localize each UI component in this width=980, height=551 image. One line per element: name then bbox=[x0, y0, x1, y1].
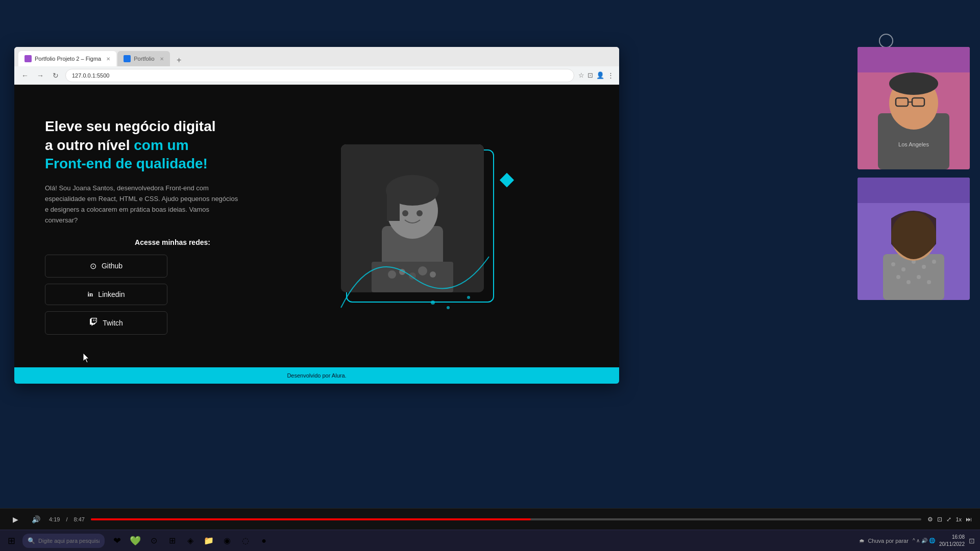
twitch-label: Twitch bbox=[103, 319, 123, 327]
svg-point-15 bbox=[467, 296, 470, 299]
weather-text: Chuva por parar bbox=[868, 538, 909, 544]
taskbar-apps: ❤ 💚 ⊙ ⊞ ◈ 📁 ◉ ◌ ● bbox=[109, 533, 272, 549]
deco-curve bbox=[331, 226, 499, 318]
figma-tab-icon bbox=[24, 55, 32, 62]
svg-point-22 bbox=[889, 72, 938, 95]
forward-button[interactable]: → bbox=[35, 70, 46, 81]
taskbar-app-edge[interactable]: ◈ bbox=[182, 533, 199, 549]
browser-nav-bar: ← → ↻ 127.0.0.1:5500 ☆ ⊡ 👤 ⋮ bbox=[14, 66, 619, 85]
svg-point-32 bbox=[932, 260, 936, 264]
github-label: Github bbox=[102, 262, 122, 270]
back-button[interactable]: ← bbox=[19, 70, 31, 81]
video-controls-right: ⚙ ⊡ ⤢ 1x ⏭ bbox=[927, 516, 972, 523]
svg-point-31 bbox=[922, 265, 926, 269]
video-person-2-bg bbox=[857, 178, 970, 300]
footer-text: Desenvolvido por Alura. bbox=[287, 372, 346, 379]
taskbar-app-vscode[interactable]: ● bbox=[256, 533, 272, 549]
mute-button[interactable]: 🔊 bbox=[29, 512, 43, 527]
address-bar[interactable]: 127.0.0.1:5500 bbox=[65, 69, 574, 82]
video-panels: Los Angeles bbox=[857, 47, 970, 300]
nav-icons: ☆ ⊡ 👤 ⋮ bbox=[578, 71, 614, 79]
account-icon[interactable]: 👤 bbox=[596, 71, 604, 79]
taskbar: ⊞ 🔍 ❤ 💚 ⊙ ⊞ ◈ 📁 ◉ ◌ ● 🌧 Chuva por parar … bbox=[0, 530, 980, 551]
svg-point-29 bbox=[901, 267, 905, 271]
linkedin-label: Linkedin bbox=[98, 290, 125, 298]
svg-point-36 bbox=[927, 280, 931, 284]
tab-portfolio-label: Portfolio bbox=[134, 56, 154, 62]
tab-figma-label: Portfolio Projeto 2 – Figma bbox=[35, 56, 101, 62]
twitch-button[interactable]: Twitch bbox=[45, 311, 167, 335]
svg-point-13 bbox=[431, 300, 435, 305]
video-progress-bar[interactable] bbox=[91, 518, 921, 520]
cursor-circle-indicator bbox=[879, 34, 893, 48]
new-tab-button[interactable]: + bbox=[173, 54, 185, 66]
taskbar-app-task-view[interactable]: ⊙ bbox=[145, 533, 162, 549]
tab-figma-close[interactable]: ✕ bbox=[106, 56, 110, 62]
address-text: 127.0.0.1:5500 bbox=[72, 72, 109, 79]
windows-icon: ⊞ bbox=[8, 535, 15, 546]
portfolio-tab-icon bbox=[124, 55, 131, 62]
svg-point-34 bbox=[906, 280, 911, 284]
video-current-time: 4:19 bbox=[49, 516, 60, 522]
tab-figma[interactable]: Portfolio Projeto 2 – Figma ✕ bbox=[18, 51, 116, 66]
github-icon: ⊙ bbox=[90, 261, 96, 271]
start-button[interactable]: ⊞ bbox=[0, 530, 22, 552]
video-controls-bar: ▶ 🔊 4:19 / 8:47 ⚙ ⊡ ⤢ 1x ⏭ bbox=[0, 508, 980, 530]
play-button[interactable]: ▶ bbox=[8, 512, 22, 527]
portfolio-description: Olá! Sou Joana Santos, desenvolvedora Fr… bbox=[45, 183, 239, 226]
video-progress-fill bbox=[91, 518, 531, 520]
svg-rect-38 bbox=[857, 178, 970, 203]
taskbar-search-icon: 🔍 bbox=[28, 537, 35, 544]
refresh-button[interactable]: ↻ bbox=[50, 70, 61, 81]
taskbar-app-widgets[interactable]: ⊞ bbox=[164, 533, 180, 549]
taskbar-search-bar[interactable]: 🔍 bbox=[22, 534, 105, 548]
system-tray: ^ ∧ 🔊 🌐 bbox=[913, 538, 935, 543]
video-person-1-bg: Los Angeles bbox=[857, 47, 970, 169]
twitch-icon bbox=[89, 318, 97, 328]
svg-point-14 bbox=[447, 306, 450, 309]
github-button[interactable]: ⊙ Github bbox=[45, 255, 167, 278]
settings-button[interactable]: ⚙ bbox=[927, 516, 933, 523]
svg-point-11 bbox=[402, 210, 408, 216]
skip-button[interactable]: ⏭ bbox=[966, 516, 972, 523]
video-panel-1: Los Angeles bbox=[857, 47, 970, 169]
portfolio-left-section: Eleve seu negócio digital a outro nível … bbox=[45, 117, 300, 334]
theater-mode-button[interactable]: ⊡ bbox=[937, 516, 942, 523]
taskbar-app-heart-green[interactable]: 💚 bbox=[127, 533, 143, 549]
svg-point-35 bbox=[917, 275, 921, 279]
video-separator: / bbox=[66, 516, 67, 522]
svg-point-28 bbox=[891, 262, 895, 266]
taskbar-app-chrome[interactable]: ◉ bbox=[219, 533, 235, 549]
weather-icon: 🌧 bbox=[859, 538, 865, 544]
taskbar-app-heart-red[interactable]: ❤ bbox=[109, 533, 125, 549]
fullscreen-button[interactable]: ⤢ bbox=[946, 516, 951, 523]
taskbar-app-explorer[interactable]: 📁 bbox=[201, 533, 217, 549]
svg-text:Los Angeles: Los Angeles bbox=[898, 141, 929, 147]
linkedin-button[interactable]: in Linkedin bbox=[45, 284, 167, 305]
video-total-time: 8:47 bbox=[74, 516, 84, 522]
notification-icon[interactable]: ⊡ bbox=[969, 537, 975, 545]
tab-portfolio-close[interactable]: ✕ bbox=[160, 56, 164, 62]
browser-tab-bar: Portfolio Projeto 2 – Figma ✕ Portfolio … bbox=[14, 47, 619, 66]
social-label: Acesse minhas redes: bbox=[45, 238, 300, 246]
tray-icons: ^ ∧ 🔊 🌐 bbox=[913, 538, 935, 543]
clock-date: 20/11/2022 bbox=[939, 541, 965, 548]
tab-portfolio[interactable]: Portfolio ✕ bbox=[117, 51, 169, 66]
hero-title-line3: Front-end de qualidade! bbox=[45, 156, 208, 171]
bookmark-icon[interactable]: ☆ bbox=[578, 71, 584, 79]
portfolio-footer: Desenvolvido por Alura. bbox=[14, 367, 619, 384]
weather-badge[interactable]: 🌧 Chuva por parar bbox=[859, 538, 909, 544]
svg-rect-4 bbox=[387, 190, 400, 221]
speed-button[interactable]: 1x bbox=[955, 516, 962, 522]
screenshot-icon[interactable]: ⊡ bbox=[587, 71, 593, 79]
menu-icon[interactable]: ⋮ bbox=[607, 71, 614, 79]
linkedin-icon: in bbox=[88, 290, 93, 298]
taskbar-search-input[interactable] bbox=[38, 538, 100, 544]
taskbar-app-extra1[interactable]: ◌ bbox=[237, 533, 254, 549]
hero-title-line2: a outro nível bbox=[45, 137, 134, 153]
portfolio-image-section bbox=[341, 144, 504, 308]
hero-title-line1: Eleve seu negócio digital bbox=[45, 118, 216, 134]
hero-title-highlight: com um bbox=[134, 137, 188, 153]
svg-rect-24 bbox=[857, 47, 970, 72]
clock: 16:08 20/11/2022 bbox=[939, 534, 965, 548]
